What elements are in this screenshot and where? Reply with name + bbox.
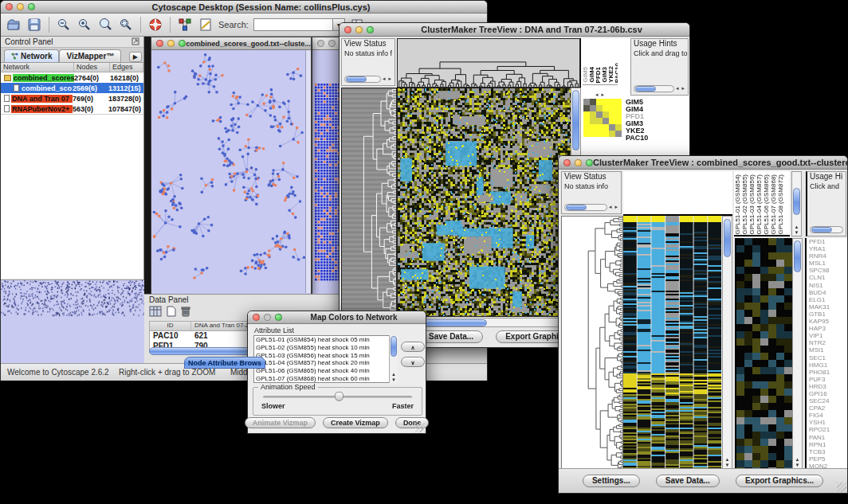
attribute-option[interactable]: GPL51-02 (GSM855) heat shock 10 min	[254, 344, 397, 352]
gene-label[interactable]: MAK31	[809, 303, 847, 311]
treeview-button[interactable]: Save Data...	[656, 475, 720, 487]
attribute-option[interactable]: GPL51-06 (GSM865) heat shock 40 min	[254, 367, 397, 375]
network-vertical-scrollbar[interactable]	[305, 50, 311, 293]
column-label[interactable]: GPL51-07 (GSM868)	[770, 174, 777, 235]
gene-label[interactable]: PAN1	[809, 434, 847, 441]
column-header[interactable]: Nodes	[74, 63, 110, 72]
column-label[interactable]: GPL51-03 (GSM856)	[748, 174, 756, 235]
gene-label[interactable]: TCB3	[809, 448, 847, 455]
column-label[interactable]: PFD1	[595, 67, 601, 83]
column-label[interactable]: GIM4	[589, 67, 595, 83]
treeview-button[interactable]: Settings...	[583, 475, 640, 487]
move-up-button[interactable]: ∧	[401, 342, 425, 352]
column-dendrogram-canvas[interactable]	[623, 171, 732, 216]
heatmap-vscrollbar[interactable]: ▲▼	[722, 216, 732, 469]
treeview-button[interactable]: Export Graphics...	[736, 475, 823, 487]
network-view-window[interactable]: combined_scores_good.txt--cluste...	[151, 37, 312, 294]
gene-label[interactable]: NTR2	[809, 339, 847, 346]
gene-label[interactable]: YRA1	[809, 245, 847, 252]
network-nodes-icon[interactable]	[177, 17, 193, 33]
column-labels-scrollbar[interactable]: ▲▼	[791, 171, 802, 236]
close-icon[interactable]	[317, 40, 324, 47]
main-heatmap-canvas[interactable]	[397, 88, 572, 317]
view-status-scrollbar[interactable]: ◂ ▸	[344, 75, 392, 83]
column-label[interactable]: GPL51-04 (GSM857)	[756, 174, 763, 235]
gene-label[interactable]: GPI16	[809, 390, 847, 397]
network-list-row[interactable]: combined_scores 2764(0) 16218(0)	[1, 72, 143, 83]
gene-label[interactable]: RNR4	[809, 252, 847, 260]
column-label[interactable]: GPL51-08 (GSM872)	[777, 174, 784, 235]
detail-vscrollbar[interactable]: ▲▼	[792, 238, 803, 469]
gene-label[interactable]: PHO81	[809, 369, 847, 376]
attribute-option[interactable]: GPL51-03 (GSM856) heat shock 15 min	[254, 352, 397, 360]
scroll-arrows-icon[interactable]: ◂ ▸	[676, 85, 685, 92]
attribute-option[interactable]: GPL51-07 (GSM868) heat shock 60 min	[254, 375, 397, 383]
annotation-icon[interactable]	[198, 17, 214, 33]
detail-heatmap-canvas[interactable]	[735, 238, 792, 469]
gene-label[interactable]: PEP5	[809, 455, 847, 463]
slider-thumb[interactable]	[335, 392, 344, 401]
gene-label[interactable]: MSI1	[809, 346, 847, 354]
close-icon[interactable]	[6, 3, 13, 10]
zoom-window-icon[interactable]	[179, 40, 186, 47]
create-vizmap-button[interactable]: Create Vizmap	[323, 417, 388, 428]
attribute-option[interactable]: GPL51-04 (GSM857) heat shock 20 min	[254, 359, 397, 367]
zoom-fit-icon[interactable]	[118, 17, 134, 33]
gene-label[interactable]: PUF3	[809, 376, 847, 383]
open-file-icon[interactable]	[6, 17, 22, 33]
network-list-row[interactable]: combined_sco 2569(6) 13112(15)	[1, 83, 143, 93]
close-icon[interactable]	[563, 159, 571, 166]
minimize-icon[interactable]	[264, 314, 271, 321]
help-lifebuoy-icon[interactable]	[147, 17, 163, 33]
gene-label[interactable]: HAP3	[809, 325, 847, 332]
column-label[interactable]: YKE2	[608, 66, 614, 83]
column-label[interactable]: PAC10	[614, 63, 618, 83]
gene-label[interactable]: SEC24	[809, 397, 847, 404]
minimize-icon[interactable]	[17, 3, 24, 10]
scroll-arrows-icon[interactable]: ▲▼	[723, 457, 732, 468]
network-window-titlebar[interactable]: combined_scores_good.txt--cluste...	[151, 37, 311, 50]
column-header[interactable]: Network	[1, 63, 74, 72]
zoom-in-icon[interactable]	[77, 17, 92, 33]
resize-grip[interactable]	[415, 423, 425, 432]
zoom-window-icon[interactable]	[586, 159, 593, 166]
scroll-arrows-icon[interactable]: ▲▼	[793, 457, 802, 468]
scroll-arrows-icon[interactable]: ◂ ▸	[383, 76, 392, 82]
close-icon[interactable]	[344, 26, 351, 33]
gene-label[interactable]: CLN1	[809, 274, 847, 281]
gene-label[interactable]: MSL1	[809, 260, 847, 267]
main-title-bar[interactable]: Cytoscape Desktop (Session Name: collins…	[1, 1, 487, 14]
matrix-row-label[interactable]: PAC10	[626, 135, 648, 142]
save-icon[interactable]	[26, 17, 42, 33]
zoom-window-icon[interactable]	[28, 3, 35, 10]
gene-label[interactable]: HRD3	[809, 383, 847, 390]
network-list-row[interactable]: RNAPuberNov2+ 563(0) 107847(0)	[1, 104, 143, 114]
dialog-titlebar[interactable]: Map Colors to Network	[248, 311, 426, 324]
tab-network[interactable]: Network	[4, 49, 59, 62]
gene-label[interactable]: SPC98	[809, 267, 847, 274]
row-dendrogram-canvas[interactable]	[561, 216, 623, 471]
column-header[interactable]: Edges	[110, 63, 143, 72]
column-label[interactable]: GIM3	[602, 67, 607, 83]
minimize-icon[interactable]	[328, 40, 336, 47]
row-dendrogram-canvas[interactable]	[341, 88, 397, 317]
gene-label[interactable]: FIG4	[809, 412, 847, 419]
zoom-out-icon[interactable]	[56, 17, 72, 33]
close-icon[interactable]	[156, 40, 163, 47]
column-label[interactable]: GPL51-06 (GSM865)	[763, 174, 770, 235]
treeview1-titlebar[interactable]: ClusterMaker TreeView : DNA and Tran 07-…	[340, 23, 689, 37]
treeview-button[interactable]: Save Data...	[419, 330, 483, 343]
gene-label[interactable]: NIS1	[809, 282, 847, 289]
gene-label[interactable]: BUD4	[809, 289, 847, 296]
gene-label[interactable]: PFD1	[809, 238, 847, 245]
minimize-icon[interactable]	[167, 40, 175, 47]
float-panel-icon[interactable]	[132, 37, 139, 47]
minimize-icon[interactable]	[355, 26, 363, 33]
search-input[interactable]	[253, 18, 333, 31]
column-labels-scrollbar[interactable]: ◂ ▸	[583, 84, 618, 94]
gene-label[interactable]: ELG1	[809, 296, 847, 303]
minimize-icon[interactable]	[575, 159, 582, 166]
tab-vizmapper[interactable]: VizMapper™	[59, 49, 121, 62]
column-dendrogram-canvas[interactable]	[397, 38, 580, 88]
gene-label[interactable]: YSH1	[809, 419, 847, 426]
